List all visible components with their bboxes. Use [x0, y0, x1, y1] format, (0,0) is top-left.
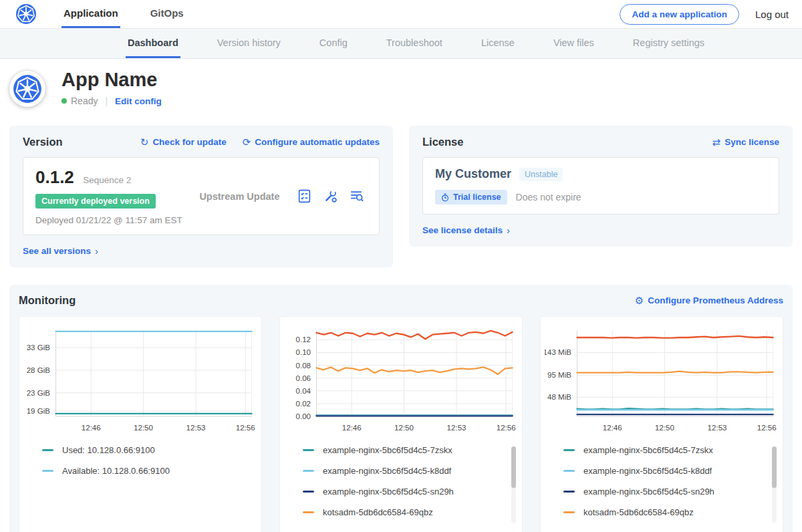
y-axis-label: 0.10: [296, 348, 311, 356]
legend-item: example-nginx-5bc6f5d4c5-sn29h: [563, 487, 779, 497]
legend-item: kotsadm-5db6dc6584-69qbz: [563, 507, 779, 517]
disk-usage-chart-card: 19 GiB23 GiB28 GiB33 GiB12:4612:5012:531…: [19, 316, 262, 532]
see-license-details-link[interactable]: See license details ›: [422, 225, 510, 235]
legend-label: Available: 10.128.0.66:9100: [62, 466, 170, 476]
legend-label: Used: 10.128.0.66:9100: [62, 445, 155, 455]
x-axis-label: 12:46: [82, 424, 101, 432]
x-axis-label: 12:50: [394, 424, 414, 432]
see-all-versions-link[interactable]: See all versions ›: [23, 246, 98, 256]
kubernetes-app-icon: [13, 74, 42, 104]
license-card: License ⇄ Sync license My Customer Unsta…: [409, 126, 793, 247]
sync-icon: ⇄: [712, 137, 721, 147]
tab-troubleshoot[interactable]: Troubleshoot: [384, 29, 444, 58]
legend-swatch: [303, 491, 314, 493]
legend-item: Used: 10.128.0.66:9100: [42, 445, 257, 455]
add-application-button[interactable]: Add a new application: [620, 4, 739, 25]
series-line: [316, 367, 512, 374]
tab-license[interactable]: License: [479, 29, 517, 58]
tab-version-history[interactable]: Version history: [215, 29, 283, 58]
app-header: App Name Ready | Edit config: [0, 59, 802, 118]
sync-license-link[interactable]: ⇄ Sync license: [712, 137, 779, 147]
summary-cards-row: Version ↻ Check for update ⟳ Configure a…: [9, 126, 793, 267]
legend-swatch: [563, 470, 575, 472]
wrench-config-icon[interactable]: [323, 188, 338, 204]
divider: |: [105, 96, 108, 106]
y-axis-label: 143 MiB: [545, 348, 571, 356]
kubernetes-logo: [16, 0, 36, 28]
version-number: 0.1.2: [35, 167, 74, 187]
y-axis-label: 0.12: [296, 336, 311, 344]
cpu-usage-legend: example-nginx-5bc6f5d4c5-7zskxexample-ng…: [303, 445, 518, 524]
legend-label: example-nginx-5bc6f5d4c5-k8ddf: [583, 466, 712, 476]
license-expiry-label: Does not expire: [516, 192, 581, 203]
chevron-right-icon: ›: [95, 246, 98, 256]
y-axis-label: 23 GiB: [27, 389, 51, 397]
legend-label: example-nginx-5bc6f5d4c5-sn29h: [323, 487, 454, 497]
kubernetes-logo-icon: [16, 4, 36, 24]
app-icon: [9, 71, 45, 107]
legend-item: kotsadm-5db6dc6584-69qbz: [303, 507, 518, 517]
legend-scrollbar-thumb[interactable]: [772, 446, 777, 488]
tab-dashboard[interactable]: Dashboard: [126, 29, 180, 58]
disk-usage-chart: 19 GiB23 GiB28 GiB33 GiB12:4612:5012:531…: [23, 325, 257, 436]
legend-swatch: [303, 470, 314, 472]
version-card: Version ↻ Check for update ⟳ Configure a…: [9, 126, 393, 267]
legend-item: example-nginx-5bc6f5d4c5-k8ddf: [303, 466, 518, 476]
legend-item: example-nginx-5bc6f5d4c5-k8ddf: [563, 466, 779, 476]
stopwatch-icon: [441, 193, 449, 202]
configure-prometheus-link[interactable]: ⚙ Configure Prometheus Address: [635, 295, 783, 305]
x-axis-label: 12:50: [655, 424, 674, 432]
version-card-title: Version: [23, 136, 63, 148]
legend-item: example-nginx-5bc6f5d4c5-7zskx: [563, 445, 779, 455]
ready-status-dot: [61, 98, 67, 104]
tab-config[interactable]: Config: [317, 29, 350, 58]
series-line: [577, 336, 773, 338]
edit-config-link[interactable]: Edit config: [115, 96, 162, 106]
y-axis-label: 28 GiB: [27, 366, 51, 374]
current-version-row: 0.1.2 Sequence 2 Currently deployed vers…: [23, 157, 380, 235]
legend-scrollbar[interactable]: [511, 446, 516, 523]
y-axis-label: 48 MiB: [547, 393, 571, 401]
memory-usage-chart-card: 48 MiB95 MiB143 MiB12:4612:5012:5312:56 …: [540, 316, 783, 532]
legend-swatch: [303, 449, 314, 451]
legend-scrollbar-thumb[interactable]: [511, 446, 516, 488]
auto-updates-icon: ⟳: [243, 137, 251, 147]
check-for-update-link[interactable]: ↻ Check for update: [140, 137, 227, 147]
top-nav: Application GitOps Add a new application…: [0, 0, 802, 29]
monitoring-title: Monitoring: [19, 294, 76, 307]
trial-license-badge: Trial license: [435, 190, 507, 205]
app-sub-nav: Dashboard Version history Config Trouble…: [0, 29, 802, 59]
configure-automatic-updates-link[interactable]: ⟳ Configure automatic updates: [243, 137, 380, 147]
preflight-checklist-icon[interactable]: [297, 188, 312, 204]
x-axis-label: 12:56: [236, 424, 255, 432]
tab-registry-settings[interactable]: Registry settings: [631, 29, 706, 58]
view-diff-icon[interactable]: [349, 188, 364, 204]
customer-name: My Customer: [435, 167, 511, 181]
memory-usage-legend: example-nginx-5bc6f5d4c5-7zskxexample-ng…: [563, 445, 779, 524]
cpu-usage-chart: 0.000.020.040.060.080.100.1212:4612:5012…: [284, 325, 518, 436]
topnav-item-application[interactable]: Application: [61, 0, 120, 28]
app-status-label: Ready: [71, 96, 98, 106]
topnav-item-gitops[interactable]: GitOps: [148, 0, 186, 28]
x-axis-label: 12:53: [186, 424, 206, 432]
x-axis-label: 12:56: [757, 424, 777, 432]
legend-label: kotsadm-5db6dc6584-69qbz: [323, 507, 433, 517]
license-details-row: My Customer Unstable Trial license Does …: [422, 157, 779, 215]
legend-swatch: [563, 511, 575, 513]
tab-view-files[interactable]: View files: [551, 29, 596, 58]
logout-button[interactable]: Log out: [755, 0, 789, 28]
legend-item: example-nginx-5bc6f5d4c5-7zskx: [303, 445, 518, 455]
deployed-timestamp: Deployed 01/21/22 @ 11:57 am EST: [35, 215, 182, 225]
legend-label: example-nginx-5bc6f5d4c5-sn29h: [583, 487, 714, 497]
y-axis-label: 33 GiB: [27, 344, 51, 352]
legend-scrollbar[interactable]: [772, 446, 777, 523]
check-update-icon: ↻: [140, 137, 149, 147]
legend-swatch: [42, 470, 53, 472]
version-sequence: Sequence 2: [83, 175, 131, 185]
legend-swatch: [563, 449, 575, 451]
y-axis-label: 19 GiB: [27, 407, 51, 415]
gear-icon: ⚙: [635, 295, 644, 305]
y-axis-label: 0.02: [296, 400, 311, 408]
y-axis-label: 0.06: [296, 374, 311, 382]
topnav-spacer: [214, 0, 620, 28]
